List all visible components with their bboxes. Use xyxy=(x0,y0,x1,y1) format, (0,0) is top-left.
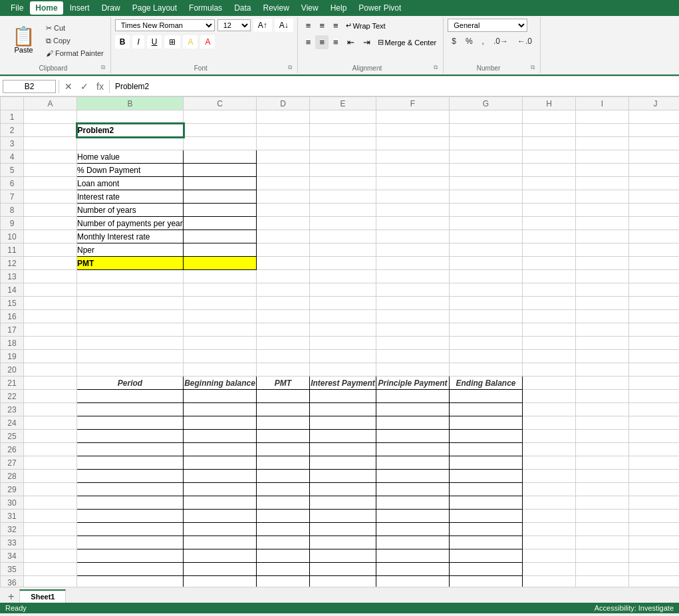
cell-D8[interactable] xyxy=(257,204,310,217)
decrease-indent-button[interactable]: ⇤ xyxy=(343,35,358,49)
menu-power-pivot[interactable]: Power Pivot xyxy=(353,1,406,15)
cell-I10[interactable] xyxy=(576,230,629,243)
number-expand-icon[interactable]: ⧉ xyxy=(529,63,536,72)
cell-G11[interactable] xyxy=(450,243,523,257)
cell-I11[interactable] xyxy=(576,243,629,257)
align-right-button[interactable]: ≡ xyxy=(329,35,342,49)
cell-C8[interactable] xyxy=(184,204,257,217)
cell-D9[interactable] xyxy=(257,217,310,230)
menu-draw[interactable]: Draw xyxy=(96,1,126,15)
cell-G1[interactable] xyxy=(450,110,523,124)
cell-I6[interactable] xyxy=(576,177,629,190)
cell-J2[interactable] xyxy=(629,124,680,137)
col-header-B[interactable]: B xyxy=(77,97,184,110)
col-header-J[interactable]: J xyxy=(629,97,680,110)
merge-center-button[interactable]: ⊟ Merge & Center xyxy=(375,35,440,49)
border-button[interactable]: ⊞ xyxy=(164,35,180,49)
cell-I9[interactable] xyxy=(576,217,629,230)
cell-E9[interactable] xyxy=(310,217,376,230)
cell-H9[interactable] xyxy=(523,217,576,230)
cell-I1[interactable] xyxy=(576,110,629,124)
cell-C7[interactable] xyxy=(184,190,257,204)
cell-D2[interactable] xyxy=(257,124,310,137)
cell-C10[interactable] xyxy=(184,230,257,243)
cut-button[interactable]: ✂ Cut xyxy=(43,23,106,34)
font-size-select[interactable]: 12 xyxy=(217,19,251,31)
cell-J8[interactable] xyxy=(629,204,680,217)
cell-E21[interactable]: Interest Payment xyxy=(310,377,376,390)
col-header-G[interactable]: G xyxy=(450,97,523,110)
cell-H4[interactable] xyxy=(523,150,576,164)
cell-A11[interactable] xyxy=(24,243,77,257)
cell-J3[interactable] xyxy=(629,137,680,150)
cell-E8[interactable] xyxy=(310,204,376,217)
menu-help[interactable]: Help xyxy=(325,1,352,15)
cell-B11[interactable]: Nper xyxy=(77,243,184,257)
font-color-button[interactable]: A xyxy=(200,35,215,49)
spreadsheet[interactable]: A B C D E F G H I J K 1 xyxy=(0,96,679,587)
cell-F12[interactable] xyxy=(376,257,450,270)
cell-A10[interactable] xyxy=(24,230,77,243)
align-top-button[interactable]: ≡ xyxy=(302,19,315,33)
copy-button[interactable]: ⧉ Copy xyxy=(43,35,106,47)
cell-B9[interactable]: Number of payments per year xyxy=(77,217,184,230)
cell-F8[interactable] xyxy=(376,204,450,217)
increase-indent-button[interactable]: ⇥ xyxy=(359,35,374,49)
cell-H5[interactable] xyxy=(523,164,576,177)
cell-H6[interactable] xyxy=(523,177,576,190)
cell-D4[interactable] xyxy=(257,150,310,164)
cell-B5[interactable]: % Down Payment xyxy=(77,164,184,177)
align-bottom-button[interactable]: ≡ xyxy=(329,19,342,33)
menu-formulas[interactable]: Formulas xyxy=(184,1,227,15)
cell-B1[interactable] xyxy=(77,110,184,124)
col-header-C[interactable]: C xyxy=(184,97,257,110)
cell-B4[interactable]: Home value xyxy=(77,150,184,164)
cell-A13[interactable] xyxy=(24,270,77,283)
cell-F7[interactable] xyxy=(376,190,450,204)
cell-I3[interactable] xyxy=(576,137,629,150)
col-header-H[interactable]: H xyxy=(523,97,576,110)
cell-H11[interactable] xyxy=(523,243,576,257)
comma-button[interactable]: , xyxy=(478,35,488,48)
cell-C11[interactable] xyxy=(184,243,257,257)
add-sheet-button[interactable]: + xyxy=(3,591,19,603)
cell-G8[interactable] xyxy=(450,204,523,217)
percent-button[interactable]: % xyxy=(462,35,477,48)
cell-H3[interactable] xyxy=(523,137,576,150)
menu-insert[interactable]: Insert xyxy=(65,1,95,15)
cell-J12[interactable] xyxy=(629,257,680,270)
cell-E4[interactable] xyxy=(310,150,376,164)
menu-file[interactable]: File xyxy=(5,1,29,15)
cell-D7[interactable] xyxy=(257,190,310,204)
menu-view[interactable]: View xyxy=(296,1,324,15)
cell-D1[interactable] xyxy=(257,110,310,124)
cell-G5[interactable] xyxy=(450,164,523,177)
underline-button[interactable]: U xyxy=(147,35,162,49)
cell-J5[interactable] xyxy=(629,164,680,177)
cell-D6[interactable] xyxy=(257,177,310,190)
cell-G6[interactable] xyxy=(450,177,523,190)
cell-E10[interactable] xyxy=(310,230,376,243)
cell-E1[interactable] xyxy=(310,110,376,124)
cell-G12[interactable] xyxy=(450,257,523,270)
cell-B21[interactable]: Period xyxy=(77,377,184,390)
menu-data[interactable]: Data xyxy=(229,1,256,15)
cell-J9[interactable] xyxy=(629,217,680,230)
alignment-expand-icon[interactable]: ⧉ xyxy=(432,63,439,72)
cell-D12[interactable] xyxy=(257,257,310,270)
increase-decimal-button[interactable]: ←.0 xyxy=(513,35,536,48)
cell-G21[interactable]: Ending Balance xyxy=(450,377,523,390)
cell-C1[interactable] xyxy=(184,110,257,124)
function-icon[interactable]: fx xyxy=(94,80,106,93)
cell-A7[interactable] xyxy=(24,190,77,204)
cell-G9[interactable] xyxy=(450,217,523,230)
cell-C4[interactable] xyxy=(184,150,257,164)
cell-B3[interactable] xyxy=(77,137,184,150)
cell-A12[interactable] xyxy=(24,257,77,270)
cell-J7[interactable] xyxy=(629,190,680,204)
cell-H7[interactable] xyxy=(523,190,576,204)
cell-D21[interactable]: PMT xyxy=(257,377,310,390)
cell-C12[interactable] xyxy=(184,257,257,270)
cell-F21[interactable]: Principle Payment xyxy=(376,377,450,390)
cell-A2[interactable] xyxy=(24,124,77,137)
